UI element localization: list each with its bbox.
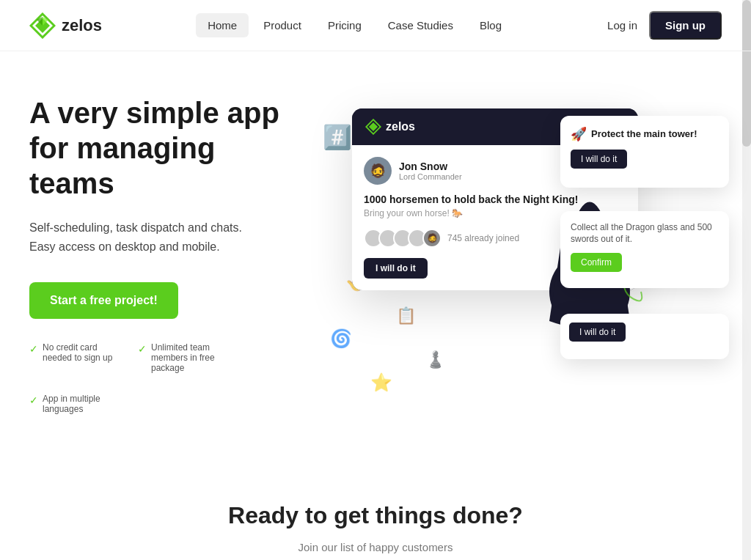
check-icon-1: ✓: [29, 343, 38, 355]
nav-links: Home Product Pricing Case Studies Blog: [196, 13, 513, 37]
hero-title: A very simple app for managing teams: [29, 95, 308, 201]
perk-2: ✓ Unlimited team members in free package: [138, 342, 226, 373]
avatar: 🧔: [364, 157, 392, 185]
section-ready-title: Ready to get things done?: [29, 502, 722, 529]
nav-product[interactable]: Product: [252, 13, 313, 37]
logo-text: zelos: [62, 16, 102, 35]
nav-case-studies[interactable]: Case Studies: [376, 13, 465, 37]
float-card-1-btn[interactable]: I will do it: [571, 150, 627, 169]
user-name: Jon Snow: [399, 161, 462, 172]
doodle-memo: 📋: [396, 306, 416, 325]
float-card-1-title: 🚀 Protect the main tower!: [571, 126, 719, 142]
float-card-2-title: Collect all the Dragon glass and 500 swo…: [571, 221, 719, 246]
logo-icon: [29, 12, 56, 39]
perk-3: ✓ App in multiple languages: [29, 394, 117, 414]
hero-section: A very simple app for managing teams Sel…: [0, 51, 751, 443]
progress-avatars: 🧔: [364, 229, 442, 248]
nav-blog[interactable]: Blog: [468, 13, 513, 37]
scrollbar-track[interactable]: [742, 0, 751, 560]
float-card-3: I will do it: [560, 314, 729, 359]
float-card-2: Collect all the Dragon glass and 500 swo…: [560, 211, 729, 289]
hero-perks: ✓ No credit card needed to sign up ✓ Unl…: [29, 342, 308, 414]
doodle-chess: ♟️: [425, 350, 445, 369]
section-ready-subtitle: Join our list of happy customers: [29, 541, 722, 553]
nav-pricing[interactable]: Pricing: [316, 13, 373, 37]
float-card-3-btn[interactable]: I will do it: [569, 323, 626, 342]
navbar: zelos Home Product Pricing Case Studies …: [0, 0, 751, 51]
doodle-hashtag: #️⃣: [323, 123, 352, 151]
app-logo-small: zelos: [365, 119, 415, 135]
task-do-button[interactable]: I will do it: [364, 258, 428, 279]
joined-count: 745 already joined: [447, 233, 519, 243]
logo[interactable]: zelos: [29, 12, 102, 39]
app-logo-text-small: zelos: [386, 120, 415, 133]
user-info: Jon Snow Lord Commander: [399, 161, 462, 181]
signup-button[interactable]: Sign up: [649, 11, 722, 40]
hero-subtitle: Self-scheduling, task dispatch and chats…: [29, 218, 308, 256]
hero-left: A very simple app for managing teams Sel…: [29, 95, 308, 414]
check-icon-2: ✓: [138, 343, 147, 355]
section-ready: Ready to get things done? Join our list …: [0, 443, 751, 560]
perk-1: ✓ No credit card needed to sign up: [29, 342, 117, 373]
check-icon-3: ✓: [29, 394, 38, 406]
doodle-star: ⭐: [370, 372, 392, 393]
cta-button[interactable]: Start a free project!: [29, 282, 178, 319]
doodle-spiral: 🌀: [330, 328, 352, 349]
app-logo-icon-small: [365, 119, 381, 135]
nav-right: Log in Sign up: [607, 11, 722, 40]
nav-home[interactable]: Home: [196, 13, 249, 37]
prog-av-last: 🧔: [422, 229, 442, 248]
login-button[interactable]: Log in: [607, 19, 637, 32]
hero-right: #️⃣ ✏️ 🤚 🌀 ⏰ 📋 ⭐ ♟️ 😐 zelos 🧔: [308, 101, 722, 409]
user-role: Lord Commander: [399, 172, 462, 181]
rocket-icon: 🚀: [571, 126, 587, 142]
float-card-1: 🚀 Protect the main tower! I will do it: [560, 116, 729, 188]
task-title: 1000 horsemen to hold back the Night Kin…: [364, 194, 626, 205]
confirm-button[interactable]: Confirm: [571, 253, 622, 272]
